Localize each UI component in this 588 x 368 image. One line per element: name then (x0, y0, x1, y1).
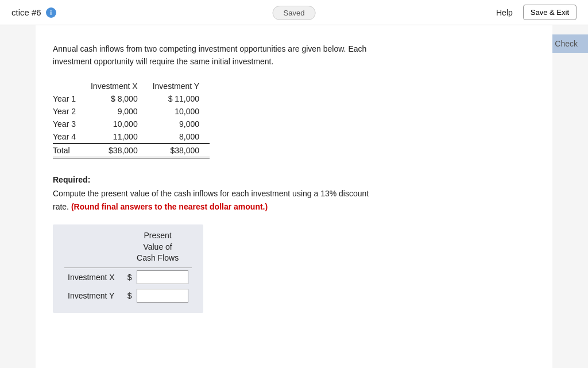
row-x: $ 8,000 (86, 92, 148, 105)
row-label: Year 3 (53, 118, 86, 130)
double-line-row (53, 157, 210, 162)
row-label: Year 4 (53, 130, 86, 144)
table-row: Year 4 11,000 8,000 (53, 130, 210, 144)
cash-flow-table: Investment X Investment Y Year 1 $ 8,000… (53, 80, 210, 162)
required-section: Required: Compute the present value of t… (53, 173, 535, 214)
col-header-y: Investment Y (148, 80, 210, 92)
row-y: 10,000 (148, 105, 210, 118)
col-header-label (53, 80, 86, 92)
row-label: Year 1 (53, 92, 86, 105)
saved-badge: Saved (273, 6, 316, 20)
row-y: $ 11,000 (148, 92, 210, 105)
row-x: 11,000 (86, 130, 148, 144)
required-label: Required: (53, 173, 535, 187)
help-link[interactable]: Help (496, 8, 513, 17)
answer-input-1[interactable] (137, 289, 188, 303)
answer-table: Present Value of Cash Flows Investment X… (64, 230, 192, 305)
answer-col-header: Present Value of Cash Flows (124, 230, 192, 268)
row-x: 10,000 (86, 118, 148, 130)
dollar-sign: $ (124, 286, 133, 305)
dollar-sign: $ (124, 268, 133, 286)
row-y: 8,000 (148, 130, 210, 144)
answer-row: Investment Y $ (64, 286, 192, 305)
header-left: ctice #6 i (11, 7, 56, 18)
main-content: Annual cash inflows from two competing i… (36, 25, 552, 368)
answer-header-row: Present Value of Cash Flows (64, 230, 192, 268)
answer-label: Investment Y (64, 286, 124, 305)
info-icon[interactable]: i (46, 7, 56, 18)
answer-row: Investment X $ (64, 268, 192, 286)
answer-table-wrapper: Present Value of Cash Flows Investment X… (53, 224, 203, 313)
row-y: 9,000 (148, 118, 210, 130)
header-right: Help Save & Exit (496, 5, 577, 20)
table-row: Year 2 9,000 10,000 (53, 105, 210, 118)
round-note: (Round final answers to the nearest doll… (71, 202, 268, 211)
col-header-x: Investment X (86, 80, 148, 92)
page-title: ctice #6 (11, 7, 41, 17)
header: ctice #6 i Saved Help Save & Exit (0, 0, 588, 25)
save-exit-button[interactable]: Save & Exit (523, 5, 577, 20)
row-x: 9,000 (86, 105, 148, 118)
total-row: Total $38,000 $38,000 (53, 144, 210, 158)
answer-input-cell[interactable] (133, 286, 192, 305)
answer-label: Investment X (64, 268, 124, 286)
total-y: $38,000 (148, 144, 210, 158)
table-row: Year 3 10,000 9,000 (53, 118, 210, 130)
answer-input-cell[interactable] (133, 268, 192, 286)
answer-input-0[interactable] (137, 270, 188, 284)
intro-text: Annual cash inflows from two competing i… (53, 42, 535, 68)
row-label: Year 2 (53, 105, 86, 118)
total-x: $38,000 (86, 144, 148, 158)
answer-col-empty (64, 230, 124, 268)
table-row: Year 1 $ 8,000 $ 11,000 (53, 92, 210, 105)
total-label: Total (53, 144, 86, 158)
required-text: Compute the present value of the cash in… (53, 187, 535, 215)
table-header-row: Investment X Investment Y (53, 80, 210, 92)
header-center: Saved (273, 8, 316, 17)
